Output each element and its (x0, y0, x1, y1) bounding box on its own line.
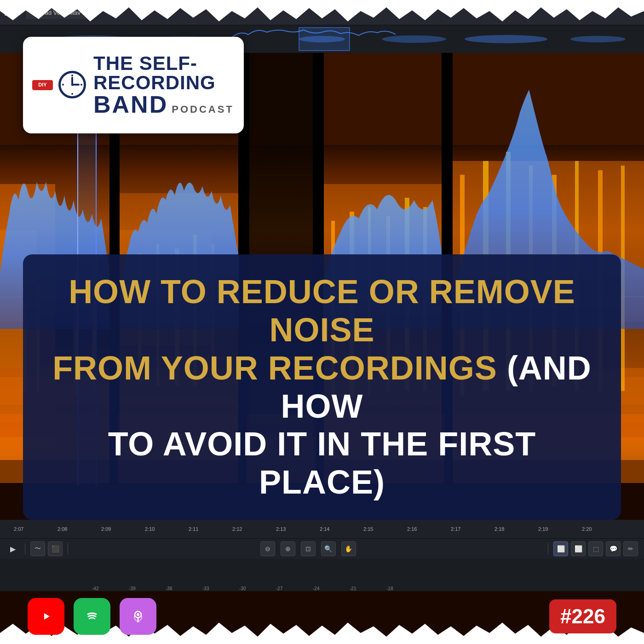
podcast-logo: DIY THE SELF-RECORDING BAND PODCAST (23, 37, 244, 133)
time-marker-215: 2:15 (363, 526, 373, 532)
level-minus33: -33 (202, 586, 209, 591)
time-marker-220: 2:20 (582, 526, 592, 532)
svg-point-48 (465, 35, 547, 43)
band-text: BAND (93, 92, 168, 116)
podcast-text: PODCAST (172, 104, 234, 115)
time-selection-btn[interactable]: ⬜ (571, 541, 586, 556)
spectrogram-btn[interactable]: ⬛ (48, 541, 63, 556)
time-marker-216: 2:16 (407, 526, 417, 532)
svg-point-58 (137, 613, 139, 616)
level-minus21: -21 (350, 586, 356, 591)
brush-btn[interactable]: ✏ (623, 541, 638, 556)
bottom-toolbar: ▶ 〜 ⬛ ⊖ ⊕ ⊡ 🔍 ✋ ⬜ ⬜ ⬚ 💬 ✏ (0, 538, 644, 559)
level-minus39: -39 (129, 586, 135, 591)
apple-podcasts-icon[interactable] (120, 598, 156, 635)
time-marker-218: 2:18 (494, 526, 504, 532)
comment-btn[interactable]: 💬 (606, 541, 621, 556)
main-title-overlay: HOW TO REDUCE OR REMOVE NOISE FROM YOUR … (23, 254, 621, 520)
title-highlight-1: HOW TO REDUCE OR REMOVE NOISE (69, 273, 575, 348)
svg-rect-56 (128, 606, 148, 627)
pan-btn[interactable]: ✋ (341, 541, 356, 556)
zoom-fit-btn[interactable]: ⊡ (301, 541, 316, 556)
diy-text: DIY (36, 82, 49, 88)
youtube-icon[interactable] (28, 598, 64, 635)
freq-selection-btn[interactable]: ⬚ (588, 541, 603, 556)
time-marker-210: 2:10 (145, 526, 155, 532)
svg-point-47 (382, 35, 446, 43)
level-minus30: -30 (239, 586, 246, 591)
waveform-btn[interactable]: 〜 (30, 541, 45, 556)
level-minus18: -18 (386, 586, 393, 591)
svg-point-49 (570, 36, 626, 42)
divider-3 (548, 543, 548, 554)
play-button[interactable]: ▶ (6, 542, 19, 555)
time-marker-211: 2:11 (189, 526, 198, 532)
time-marker-217: 2:17 (451, 526, 460, 532)
level-minus42: -42 (92, 586, 98, 591)
main-title-text: HOW TO REDUCE OR REMOVE NOISE FROM YOUR … (46, 273, 598, 501)
youtube-svg (36, 606, 56, 627)
episode-badge: #226 (549, 599, 616, 633)
zoom-in-btn[interactable]: ⊕ (281, 541, 295, 556)
level-minus27: -27 (276, 586, 282, 591)
social-icons (28, 598, 156, 635)
selection-btn[interactable]: ⬜ (553, 541, 568, 556)
title-highlight-2: FROM YOUR RECORDINGS (52, 350, 497, 386)
spotify-icon[interactable] (74, 598, 110, 635)
title-white-2: TO AVOID IT IN THE FIRST PLACE) (108, 426, 536, 500)
spotify-svg (82, 606, 102, 627)
levels-bar: -42 -39 -36 -33 -30 -27 -24 -21 -18 (0, 559, 644, 591)
zoom-out-btn[interactable]: ⊖ (260, 541, 275, 556)
podcast-svg (128, 606, 148, 627)
social-bar: #226 (0, 598, 644, 635)
level-minus36: -36 (166, 586, 172, 591)
time-marker-208: 2:08 (58, 526, 67, 532)
time-marker-214: 2:14 (320, 526, 329, 532)
svg-point-46 (299, 36, 345, 42)
zoom-region-btn[interactable]: 🔍 (321, 541, 336, 556)
the-self-recording-text: THE SELF-RECORDING (93, 54, 235, 92)
main-container: RX × Lead Vox 1.wav (0, 0, 644, 644)
time-marker-212: 2:12 (232, 526, 242, 532)
time-ruler: 2:07 2:08 2:09 2:10 2:11 2:12 2:13 2:14 … (0, 520, 644, 538)
divider-1 (25, 543, 25, 554)
diy-badge: DIY (32, 80, 53, 90)
time-marker-207: 2:07 (14, 526, 23, 532)
level-minus24: -24 (313, 586, 319, 591)
time-marker-213: 2:13 (276, 526, 286, 532)
svg-point-55 (84, 608, 100, 625)
time-marker-209: 2:09 (101, 526, 111, 532)
divider-2 (68, 543, 68, 554)
time-marker-219: 2:19 (538, 526, 548, 532)
